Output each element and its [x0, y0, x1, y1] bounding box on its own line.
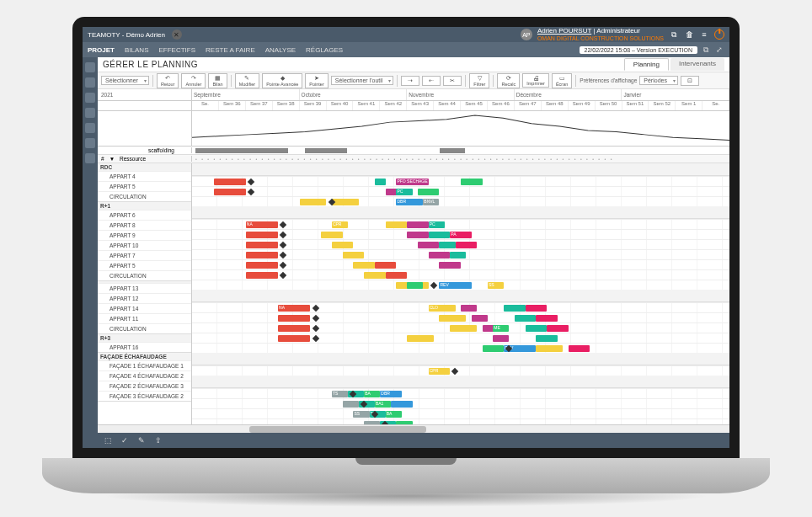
row-label[interactable]: APPART 14: [98, 303, 191, 313]
gantt-bar[interactable]: [353, 262, 375, 269]
gantt-bar[interactable]: [386, 221, 408, 228]
close-icon[interactable]: ✕: [172, 29, 182, 40]
gantt-bar[interactable]: [246, 252, 278, 258]
gantt-bar[interactable]: [364, 272, 386, 279]
rail-icon[interactable]: [85, 123, 95, 133]
copy-icon[interactable]: ⧉: [669, 29, 679, 40]
gantt-bar[interactable]: CPR: [429, 368, 451, 375]
row-label[interactable]: APPART 13: [98, 283, 191, 293]
gantt-bar[interactable]: [526, 305, 548, 312]
gantt-bar[interactable]: [450, 325, 477, 332]
group-header[interactable]: R+1: [98, 202, 191, 210]
gantt-bar[interactable]: [278, 335, 310, 342]
menu-reglages[interactable]: RÉGLAGES: [306, 46, 343, 54]
gantt-bar[interactable]: [439, 262, 461, 269]
gantt-bar[interactable]: ME: [493, 325, 509, 332]
gantt-bar[interactable]: [483, 345, 505, 352]
row-label[interactable]: APPART 16: [98, 342, 191, 352]
row-label[interactable]: APPART 10: [98, 240, 191, 250]
select-tool-dropdown[interactable]: Sélectionner l'outil: [331, 76, 394, 85]
gantt-bar[interactable]: PC: [396, 189, 412, 195]
gantt-bar[interactable]: DBR: [396, 199, 423, 205]
rail-icon[interactable]: [85, 153, 95, 163]
gantt-bar[interactable]: [386, 272, 408, 279]
row-label[interactable]: APPART 5: [98, 260, 191, 270]
gantt-bar[interactable]: [536, 345, 563, 352]
gantt-bar[interactable]: DBR: [380, 391, 402, 397]
footer-share-icon[interactable]: ⇪: [153, 435, 163, 445]
trash-icon[interactable]: 🗑: [684, 29, 694, 40]
gantt-bar[interactable]: [472, 315, 488, 322]
gantt-bar[interactable]: CLO: [429, 305, 456, 312]
row-label[interactable]: APPART 5: [98, 181, 191, 191]
gantt-bar[interactable]: [493, 335, 509, 342]
row-label[interactable]: APPART 6: [98, 210, 191, 220]
gantt-bar[interactable]: [547, 325, 569, 332]
tab-intervenants[interactable]: Intervenants: [670, 58, 724, 71]
row-label[interactable]: APPART 9: [98, 230, 191, 240]
group-header[interactable]: FAÇADE ÉCHAFAUDAGE: [98, 353, 191, 360]
rail-icon[interactable]: [85, 93, 95, 103]
tab-planning[interactable]: Planning: [624, 58, 669, 71]
rail-icon[interactable]: [85, 138, 95, 148]
gantt-bar[interactable]: [439, 242, 455, 248]
gantt-bar[interactable]: [461, 179, 483, 185]
menu-reste[interactable]: RESTE A FAIRE: [206, 46, 255, 54]
gantt-bar[interactable]: [391, 401, 413, 408]
filter-button[interactable]: ▽Filtrer: [469, 73, 489, 88]
gantt-bar[interactable]: [332, 199, 359, 205]
row-label[interactable]: APPART 12: [98, 293, 191, 303]
gantt-bar[interactable]: [536, 335, 558, 342]
row-label[interactable]: FAÇADE 2 ÉCHAFAUDAGE 3: [98, 381, 191, 391]
pointe-button[interactable]: ◆Pointe Avancée: [262, 73, 302, 88]
recalc-button[interactable]: ⟳Recalc: [497, 73, 520, 88]
gantt-bar[interactable]: [407, 232, 429, 238]
expand-icon[interactable]: ⤢: [714, 45, 724, 55]
gantt-bar[interactable]: NA: [278, 305, 310, 312]
row-label[interactable]: CIRCULATION: [98, 191, 191, 201]
gantt-bar[interactable]: PFO SECHAGE: [396, 179, 428, 185]
menu-analyse[interactable]: ANALYSE: [265, 46, 296, 54]
menu-icon[interactable]: ≡: [699, 29, 709, 40]
gantt-bar[interactable]: [569, 345, 590, 352]
gantt-bar[interactable]: NA: [246, 221, 278, 228]
gantt-bar[interactable]: [429, 252, 451, 258]
gantt-bar[interactable]: BA: [386, 411, 402, 418]
gantt-bar[interactable]: BNVL: [423, 199, 439, 205]
row-label[interactable]: CIRCULATION: [98, 323, 191, 333]
gantt-bar[interactable]: BA1: [375, 401, 391, 408]
group-header[interactable]: R+3: [98, 334, 191, 342]
gantt-bar[interactable]: [407, 335, 434, 342]
gantt-bar[interactable]: [321, 232, 343, 238]
gantt-bar[interactable]: [246, 272, 278, 279]
gantt-bar[interactable]: [375, 179, 386, 185]
copy2-icon[interactable]: ⧉: [701, 45, 711, 55]
row-label[interactable]: FAÇADE 1 ÉCHAFAUDAGE 1: [98, 360, 191, 370]
gantt-bar[interactable]: [407, 282, 423, 289]
gantt-bar[interactable]: [461, 305, 477, 312]
gantt-bar[interactable]: [429, 232, 451, 238]
rail-icon[interactable]: [85, 62, 95, 72]
gantt-bar[interactable]: SS: [488, 282, 504, 289]
gantt-bar[interactable]: [418, 189, 440, 195]
gantt-bar[interactable]: [407, 221, 429, 228]
menu-projet[interactable]: PROJET: [88, 46, 115, 54]
row-label[interactable]: CIRCULATION: [98, 270, 191, 280]
gantt-bar[interactable]: [246, 262, 278, 269]
row-label[interactable]: APPART 7: [98, 250, 191, 260]
gantt-bar[interactable]: [418, 242, 440, 248]
gantt-bar[interactable]: [214, 189, 246, 195]
gantt-bar[interactable]: [439, 315, 466, 322]
gantt-bar[interactable]: [246, 232, 278, 238]
gantt-bar[interactable]: BA: [364, 391, 380, 397]
annuler-button[interactable]: ↷Annuler: [181, 73, 206, 88]
gantt-bar[interactable]: PC: [429, 221, 445, 228]
gantt-bar[interactable]: [450, 252, 466, 258]
gantt-bar[interactable]: [375, 262, 397, 269]
version-box[interactable]: 22/02/2022 15:08 – Version EXECUTION: [580, 46, 697, 54]
link2-button[interactable]: ⇠: [422, 76, 441, 86]
gantt-bar[interactable]: [536, 315, 558, 322]
menu-effectifs[interactable]: EFFECTIFS: [158, 46, 195, 54]
retour-button[interactable]: ↶Retour: [157, 73, 179, 88]
horizontal-scrollbar[interactable]: [98, 424, 729, 433]
